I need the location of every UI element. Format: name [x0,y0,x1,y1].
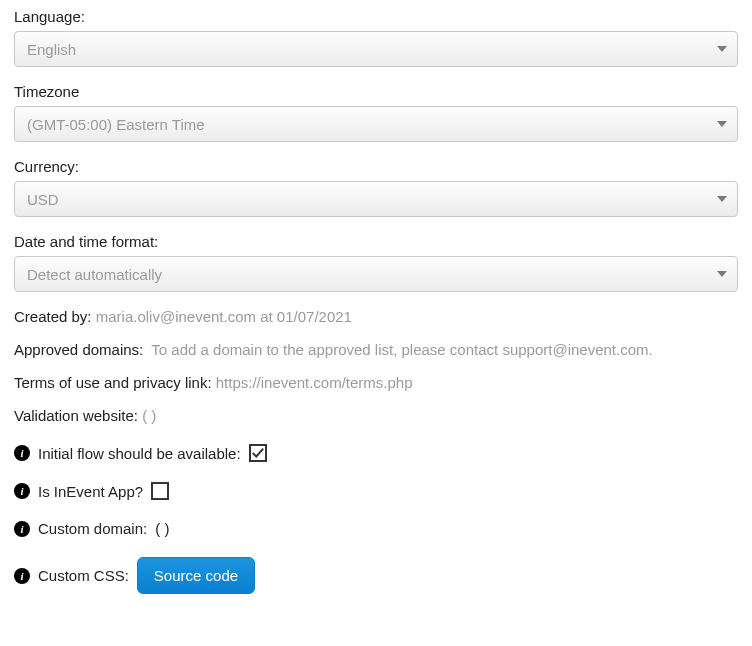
timezone-label: Timezone [14,83,738,100]
currency-value: USD [27,191,59,208]
approved-domains-row: Approved domains: To add a domain to the… [14,341,738,358]
initial-flow-checkbox[interactable] [249,444,267,462]
custom-domain-value: ( ) [155,520,169,537]
info-icon[interactable]: i [14,483,30,499]
terms-link-row: Terms of use and privacy link: https://i… [14,374,738,391]
language-select[interactable]: English [14,31,738,67]
created-by-value: maria.oliv@inevent.com at 01/07/2021 [96,308,352,325]
timezone-value: (GMT-05:00) Eastern Time [27,116,205,133]
currency-select[interactable]: USD [14,181,738,217]
info-icon[interactable]: i [14,568,30,584]
check-icon [251,446,265,460]
currency-label: Currency: [14,158,738,175]
is-inevent-app-label: Is InEvent App? [38,483,143,500]
approved-domains-label: Approved domains: [14,341,143,358]
info-icon[interactable]: i [14,521,30,537]
created-by-row: Created by: maria.oliv@inevent.com at 01… [14,308,738,325]
datetime-format-value: Detect automatically [27,266,162,283]
is-inevent-app-checkbox[interactable] [151,482,169,500]
validation-website-label: Validation website: [14,407,138,424]
approved-domains-value: To add a domain to the approved list, pl… [151,341,652,358]
custom-domain-label: Custom domain: [38,520,147,537]
validation-website-value: ( ) [142,407,156,424]
chevron-down-icon [717,196,727,202]
info-icon[interactable]: i [14,445,30,461]
terms-link-label: Terms of use and privacy link: [14,374,212,391]
source-code-button[interactable]: Source code [137,557,255,594]
language-label: Language: [14,8,738,25]
initial-flow-label: Initial flow should be available: [38,445,241,462]
language-value: English [27,41,76,58]
datetime-format-label: Date and time format: [14,233,738,250]
custom-css-label: Custom CSS: [38,567,129,584]
chevron-down-icon [717,121,727,127]
timezone-select[interactable]: (GMT-05:00) Eastern Time [14,106,738,142]
chevron-down-icon [717,271,727,277]
validation-website-row: Validation website: ( ) [14,407,738,424]
terms-link-value: https://inevent.com/terms.php [216,374,413,391]
created-by-label: Created by: [14,308,92,325]
chevron-down-icon [717,46,727,52]
datetime-format-select[interactable]: Detect automatically [14,256,738,292]
